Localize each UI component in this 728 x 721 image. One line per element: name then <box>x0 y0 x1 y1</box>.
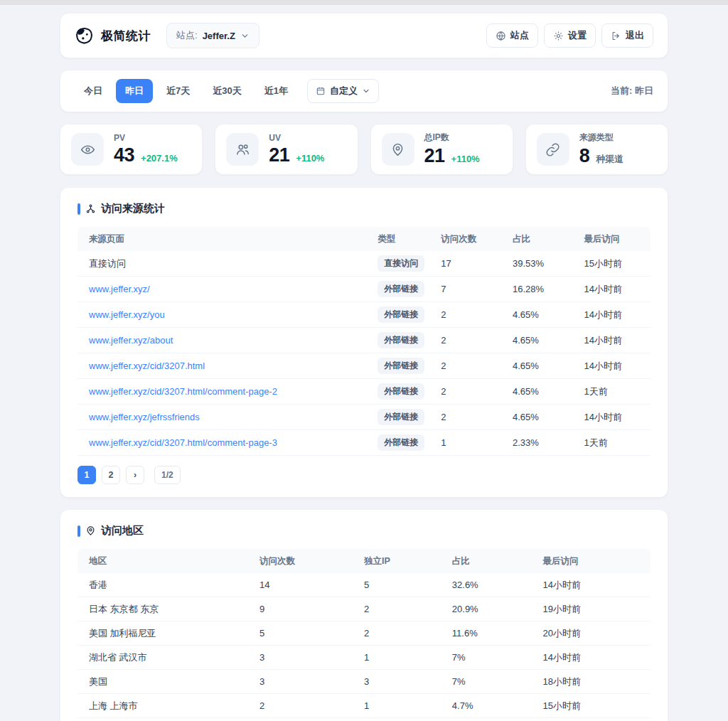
source-visits: 1 <box>441 437 513 448</box>
source-last-visit: 1天前 <box>584 385 639 398</box>
column-header: 占比 <box>513 233 584 245</box>
pagination-next-button[interactable]: › <box>126 466 144 484</box>
app-logo-dog-icon <box>75 26 94 46</box>
filter-tab-30days[interactable]: 近30天 <box>203 79 250 103</box>
filter-tab-yesterday[interactable]: 昨日 <box>116 79 153 103</box>
source-type-badge: 外部链接 <box>378 358 424 374</box>
site-selector[interactable]: 站点: Jeffer.Z <box>166 23 259 48</box>
source-ratio: 4.65% <box>513 360 584 371</box>
source-visits: 2 <box>441 386 513 397</box>
region-last-visit: 20小时前 <box>543 627 639 640</box>
source-ratio: 4.65% <box>513 309 584 320</box>
custom-range-label: 自定义 <box>330 85 358 97</box>
region-name: 上海 上海市 <box>89 700 259 712</box>
pin-icon <box>382 133 414 166</box>
source-type-badge: 外部链接 <box>378 434 424 451</box>
custom-range-button[interactable]: 自定义 <box>307 79 379 103</box>
sources-pagination: 1 2 › 1/2 <box>77 466 651 484</box>
source-page-link[interactable]: www.jeffer.xyz/ <box>89 284 150 294</box>
stat-delta: +207.1% <box>141 153 178 164</box>
region-ratio: 32.6% <box>452 580 543 590</box>
source-type-badge: 直接访问 <box>378 255 424 272</box>
source-page-link[interactable]: www.jeffer.xyz/cid/3207.html/comment-pag… <box>89 437 277 448</box>
column-header: 类型 <box>378 233 441 245</box>
settings-button[interactable]: 设置 <box>544 23 596 48</box>
stat-card-pv: PV 43 +207.1% <box>60 124 203 175</box>
region-name: 香港 <box>89 579 259 592</box>
source-ratio: 39.53% <box>513 258 584 269</box>
column-header: 占比 <box>452 555 543 567</box>
sites-button[interactable]: 站点 <box>486 23 538 48</box>
column-header: 访问次数 <box>259 555 364 567</box>
source-visits: 2 <box>441 309 513 320</box>
source-last-visit: 1天前 <box>584 437 639 449</box>
region-visits: 2 <box>259 700 364 711</box>
source-ratio: 2.33% <box>513 437 584 448</box>
source-type-badge: 外部链接 <box>378 281 424 297</box>
filter-tab-1year[interactable]: 近1年 <box>255 79 297 103</box>
stat-label: 总IP数 <box>424 132 480 144</box>
region-ips: 5 <box>364 580 452 590</box>
source-visits: 2 <box>441 360 513 371</box>
source-last-visit: 14小时前 <box>584 411 639 424</box>
filter-tab-today[interactable]: 今日 <box>75 79 112 103</box>
current-period-label: 当前: 昨日 <box>611 85 653 97</box>
region-ratio: 4.7% <box>452 700 543 711</box>
source-last-visit: 14小时前 <box>584 334 639 347</box>
stat-value: 8 <box>579 145 590 167</box>
source-page-link[interactable]: www.jeffer.xyz/cid/3207.html/comment-pag… <box>89 386 277 397</box>
stat-value: 21 <box>269 144 289 166</box>
filter-tab-7days[interactable]: 近7天 <box>157 79 199 103</box>
region-last-visit: 18小时前 <box>543 675 639 688</box>
region-ips: 1 <box>364 652 452 663</box>
source-page-link[interactable]: www.jeffer.xyz/cid/3207.html <box>89 360 205 371</box>
source-last-visit: 14小时前 <box>584 283 639 296</box>
stat-card-total-ip: 总IP数 21 +110% <box>370 124 513 175</box>
source-page-link[interactable]: www.jeffer.xyz/jefrssfriends <box>89 412 200 422</box>
region-last-visit: 14小时前 <box>543 651 639 664</box>
pagination-page-2[interactable]: 2 <box>102 466 120 484</box>
link-icon <box>537 133 569 166</box>
settings-button-label: 设置 <box>568 29 587 42</box>
table-row: 上海 上海市 2 1 4.7% 15小时前 <box>77 694 651 718</box>
stat-delta: +110% <box>451 154 480 164</box>
source-ratio: 4.65% <box>513 335 584 346</box>
visit-regions-title: 访问地区 <box>77 524 651 538</box>
source-page-link[interactable]: www.jeffer.xyz/about <box>89 335 173 346</box>
table-row: www.jeffer.xyz/ 外部链接 7 16.28% 14小时前 <box>77 277 651 302</box>
table-row: www.jeffer.xyz/you 外部链接 2 4.65% 14小时前 <box>77 302 651 328</box>
logout-button[interactable]: 退出 <box>601 23 653 48</box>
region-last-visit: 19小时前 <box>543 603 639 616</box>
table-row: 湖北省 武汉市 3 1 7% 14小时前 <box>77 646 651 670</box>
source-page-link: 直接访问 <box>89 258 126 269</box>
sitemap-icon <box>85 203 96 214</box>
source-visits: 2 <box>441 412 513 422</box>
table-row: 直接访问 直接访问 17 39.53% 15小时前 <box>77 251 651 277</box>
table-row: www.jeffer.xyz/cid/3207.html 外部链接 2 4.65… <box>77 353 651 379</box>
table-row: www.jeffer.xyz/jefrssfriends 外部链接 2 4.65… <box>77 405 651 430</box>
source-visits: 17 <box>441 258 513 269</box>
window-top-edge <box>0 0 728 5</box>
page-container: 极简统计 站点: Jeffer.Z 站点 设置 退出 今日 昨日 近7 <box>60 13 668 721</box>
region-visits: 5 <box>259 628 364 639</box>
region-ratio: 7% <box>452 676 543 687</box>
region-ips: 2 <box>364 604 452 614</box>
region-ips: 3 <box>364 676 452 687</box>
region-name: 美国 <box>89 675 259 688</box>
title-accent-bar <box>77 203 80 215</box>
pagination-page-1[interactable]: 1 <box>77 466 96 484</box>
stat-delta: +110% <box>296 153 324 164</box>
table-row: www.jeffer.xyz/about 外部链接 2 4.65% 14小时前 <box>77 328 651 353</box>
source-ratio: 4.65% <box>513 412 584 422</box>
pin-icon <box>85 525 96 536</box>
title-accent-bar <box>77 525 80 537</box>
date-filter-tabs: 今日 昨日 近7天 近30天 近1年 自定义 <box>75 79 379 103</box>
users-icon <box>226 133 259 166</box>
region-ratio: 11.6% <box>452 628 543 639</box>
chevron-down-icon <box>240 31 250 41</box>
column-header: 访问次数 <box>441 233 513 245</box>
app-title: 极简统计 <box>101 28 151 44</box>
source-page-link[interactable]: www.jeffer.xyz/you <box>89 309 165 320</box>
table-row: 美国 加利福尼亚 5 2 11.6% 20小时前 <box>77 621 651 646</box>
globe-icon <box>496 31 506 41</box>
